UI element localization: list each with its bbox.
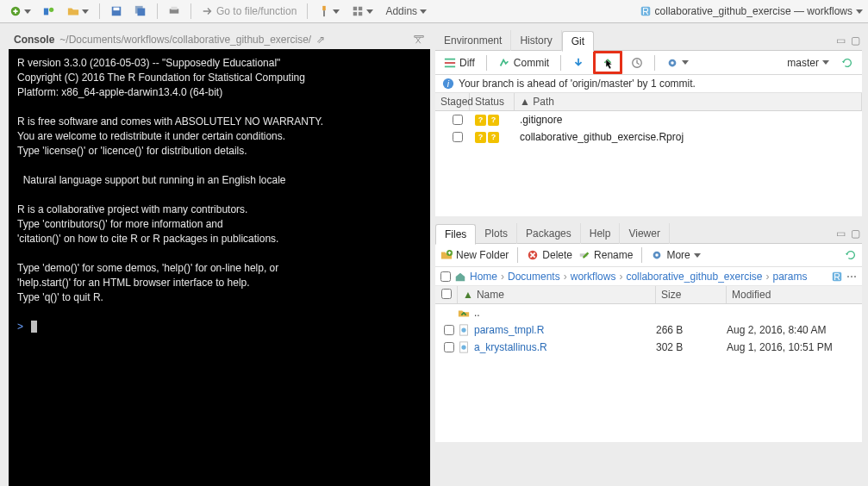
git-more-button[interactable] (663, 55, 692, 71)
col-name[interactable]: ▲Name (458, 286, 656, 303)
console-cursor (31, 321, 37, 333)
file-modified: Aug 1, 2016, 10:51 PM (727, 341, 857, 353)
minimize-icon[interactable]: ▭ (836, 34, 846, 47)
file-link[interactable]: params_tmpl.R (458, 324, 656, 336)
svg-point-2 (49, 8, 53, 12)
goto-label: Go to file/function (216, 5, 297, 17)
open-file-icon[interactable] (63, 3, 93, 20)
goto-file-button[interactable]: Go to file/function (197, 3, 301, 20)
svg-rect-18 (445, 62, 455, 64)
push-button[interactable] (598, 54, 617, 70)
crumb[interactable]: Home (470, 271, 497, 283)
tab-viewer[interactable]: Viewer (620, 223, 669, 244)
file-rows: .. params_tmpl.R 266 B Aug 2, 2016, 8:40… (435, 304, 862, 442)
git-file-path: collaborative_github_exercise.Rproj (520, 131, 857, 143)
file-row[interactable]: a_krystallinus.R 302 B Aug 1, 2016, 10:5… (435, 339, 862, 356)
maximize-icon[interactable]: ▢ (851, 227, 860, 240)
print-icon[interactable] (164, 3, 184, 20)
branch-selector[interactable]: master (784, 55, 833, 71)
svg-point-33 (461, 327, 465, 332)
col-status[interactable]: Status (470, 93, 515, 110)
select-all-files-checkbox[interactable] (441, 289, 452, 299)
file-size: 266 B (656, 324, 727, 336)
save-all-icon[interactable] (130, 3, 151, 20)
console-path: ~/Documents/workflows/collaborative_gith… (59, 34, 311, 46)
crumb[interactable]: Documents (508, 271, 560, 283)
stage-checkbox[interactable] (453, 115, 463, 125)
svg-rect-17 (445, 58, 455, 59)
stage-checkbox[interactable] (453, 132, 463, 142)
new-file-icon[interactable] (5, 3, 35, 20)
svg-rect-12 (359, 7, 362, 10)
build-tools-icon[interactable] (314, 3, 344, 20)
col-path[interactable]: ▲ Path (515, 93, 862, 110)
r-project-icon[interactable]: R (831, 271, 843, 283)
r-file-icon (458, 324, 470, 336)
more-paths-icon[interactable]: ⋯ (846, 271, 857, 283)
tab-history[interactable]: History (511, 30, 561, 51)
svg-point-35 (461, 345, 465, 349)
addins-menu[interactable]: Addins (381, 3, 431, 20)
files-table-header: ▲Name Size Modified (435, 286, 862, 304)
rename-button[interactable]: Rename (578, 249, 633, 261)
more-button[interactable]: More (651, 249, 700, 261)
diff-button[interactable]: Diff (440, 55, 478, 71)
minimize-icon[interactable]: ▭ (836, 227, 846, 240)
git-table-header: Staged Status ▲ Path (435, 93, 862, 111)
file-checkbox[interactable] (444, 325, 454, 335)
svg-rect-10 (324, 10, 326, 16)
commit-button[interactable]: Commit (495, 55, 553, 71)
svg-rect-1 (44, 9, 48, 16)
refresh-git-icon[interactable] (838, 55, 857, 71)
status-badge-unknown: ? (488, 132, 499, 143)
git-file-path: .gitignore (520, 114, 857, 126)
tab-git[interactable]: Git (562, 31, 594, 52)
crumb[interactable]: params (773, 271, 808, 283)
svg-rect-6 (138, 9, 146, 16)
tab-packages[interactable]: Packages (517, 223, 581, 244)
save-icon[interactable] (106, 3, 127, 20)
files-toolbar: New Folder Delete Rename More (435, 244, 862, 267)
grid-icon[interactable] (347, 3, 378, 20)
tab-plots[interactable]: Plots (476, 223, 517, 244)
new-project-icon[interactable] (39, 3, 59, 20)
tab-files[interactable]: Files (435, 224, 476, 245)
git-row[interactable]: ?? collaborative_github_exercise.Rproj (435, 128, 862, 146)
project-dropdown[interactable]: R collaborative_github_exercise — workfl… (640, 5, 863, 17)
git-row[interactable]: ?? .gitignore (435, 111, 862, 128)
delete-button[interactable]: Delete (527, 249, 572, 261)
console-clear-icon[interactable] (413, 33, 425, 47)
env-tabstrip: Environment History Git ▭ ▢ (435, 30, 862, 51)
r-file-icon (458, 341, 470, 353)
file-size: 302 B (656, 341, 727, 353)
select-all-checkbox[interactable] (440, 271, 451, 282)
svg-rect-11 (353, 7, 357, 10)
file-row[interactable]: params_tmpl.R 266 B Aug 2, 2016, 8:40 AM (435, 321, 862, 339)
console-output[interactable]: R version 3.3.0 (2016-05-03) -- "Suppose… (9, 49, 430, 486)
console-header: Console ~/Documents/workflows/collaborat… (9, 30, 430, 49)
tab-help[interactable]: Help (581, 223, 621, 244)
maximize-icon[interactable]: ▢ (851, 34, 860, 47)
file-link[interactable]: a_krystallinus.R (458, 341, 656, 353)
file-row-up[interactable]: .. (435, 304, 862, 321)
new-folder-button[interactable]: New Folder (440, 249, 509, 261)
tab-environment[interactable]: Environment (435, 30, 511, 51)
crumb[interactable]: workflows (571, 271, 616, 283)
git-rows: ?? .gitignore ?? collaborative_github_ex… (435, 111, 862, 216)
col-modified[interactable]: Modified (727, 286, 862, 303)
svg-rect-19 (445, 65, 455, 67)
col-staged[interactable]: Staged (435, 93, 470, 110)
pull-button[interactable] (569, 55, 588, 71)
history-button[interactable] (628, 55, 646, 71)
home-icon[interactable] (454, 271, 466, 283)
refresh-files-icon[interactable] (845, 249, 857, 261)
path-browse-icon[interactable]: ⇗ (316, 34, 325, 46)
svg-text:R: R (834, 271, 840, 281)
info-icon: i (442, 78, 454, 90)
svg-point-29 (656, 253, 659, 257)
file-modified: Aug 2, 2016, 8:40 AM (727, 324, 857, 336)
file-checkbox[interactable] (444, 342, 454, 352)
cursor-pointer-icon (603, 59, 615, 72)
col-size[interactable]: Size (656, 286, 727, 303)
crumb[interactable]: collaborative_github_exercise (626, 271, 762, 283)
